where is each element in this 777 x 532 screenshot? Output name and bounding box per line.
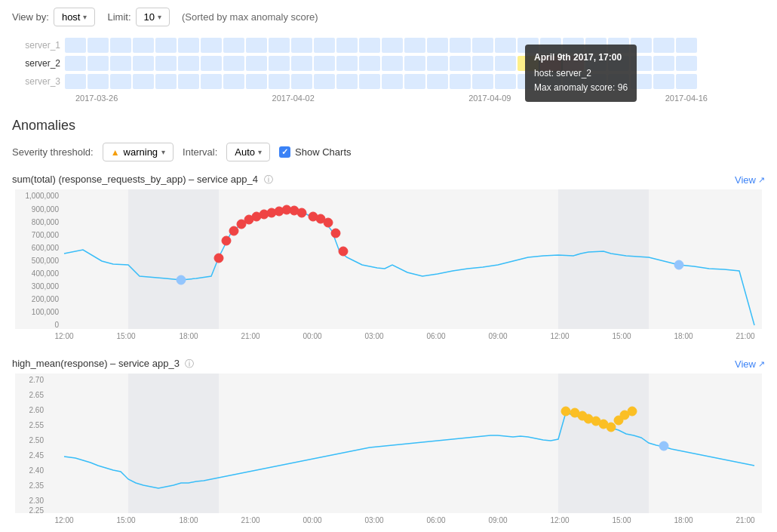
heatmap-cell[interactable]	[133, 38, 154, 53]
interval-dropdown[interactable]: Auto ▾	[226, 143, 270, 161]
chart2-view-link[interactable]: View ↗	[735, 358, 765, 370]
svg-text:700,000: 700,000	[32, 231, 60, 239]
heatmap-cell[interactable]	[201, 56, 222, 71]
heatmap-cell[interactable]	[269, 56, 290, 71]
heatmap-cell[interactable]	[653, 38, 674, 53]
svg-text:500,000: 500,000	[32, 257, 60, 265]
svg-rect-46	[128, 374, 219, 513]
heatmap-cell[interactable]	[246, 38, 267, 53]
heatmap-cell[interactable]	[110, 56, 131, 71]
heatmap-cell[interactable]	[427, 56, 448, 71]
heatmap-cell[interactable]	[336, 74, 358, 89]
heatmap-cell[interactable]	[653, 74, 674, 89]
heatmap-cell[interactable]	[450, 38, 471, 53]
heatmap-cell[interactable]	[88, 56, 109, 71]
heatmap-cell[interactable]	[155, 74, 177, 89]
heatmap-cell[interactable]	[676, 38, 697, 53]
heatmap-cell[interactable]	[246, 74, 267, 89]
show-charts-checkbox[interactable]	[279, 146, 290, 158]
heatmap-cell[interactable]	[223, 38, 244, 53]
heatmap-cell[interactable]	[450, 74, 471, 89]
heatmap-cell[interactable]	[450, 56, 471, 71]
heatmap-cell[interactable]	[291, 74, 312, 89]
heatmap-cell[interactable]	[246, 56, 267, 71]
heatmap-cell[interactable]	[155, 38, 177, 53]
heatmap-cell[interactable]	[314, 74, 335, 89]
heatmap-cell[interactable]	[110, 38, 131, 53]
heatmap-cell[interactable]	[495, 74, 516, 89]
heatmap-cell[interactable]	[223, 74, 244, 89]
svg-text:2.70: 2.70	[29, 376, 45, 384]
heatmap-cell[interactable]	[314, 38, 335, 53]
heatmap-cell[interactable]	[404, 56, 425, 71]
chart1-title: sum(total) (response_requests_by_app) – …	[12, 174, 258, 185]
heatmap-cell[interactable]	[427, 38, 448, 53]
heatmap-row-label: server_2	[25, 58, 60, 69]
heatmap-cell[interactable]	[133, 74, 154, 89]
svg-point-25	[297, 208, 306, 217]
heatmap-cell[interactable]	[382, 56, 403, 71]
svg-rect-2	[558, 189, 649, 329]
heatmap-cell[interactable]	[472, 38, 493, 53]
heatmap-cell[interactable]	[495, 38, 516, 53]
svg-text:2.30: 2.30	[29, 497, 45, 505]
chevron-down-icon: ▾	[258, 148, 262, 156]
heatmap-cell[interactable]	[291, 38, 312, 53]
heatmap-cell[interactable]	[178, 56, 199, 71]
svg-text:2.55: 2.55	[29, 421, 45, 429]
heatmap-cell[interactable]	[314, 56, 335, 71]
heatmap-cell[interactable]	[382, 74, 403, 89]
heatmap-cell[interactable]	[88, 74, 109, 89]
heatmap-cell[interactable]	[404, 74, 425, 89]
heatmap-cell[interactable]	[404, 38, 425, 53]
heatmap-cell[interactable]	[65, 74, 86, 89]
heatmap-cell[interactable]	[155, 56, 177, 71]
heatmap-cell[interactable]	[269, 38, 290, 53]
info-icon[interactable]: ⓘ	[185, 358, 194, 369]
svg-text:21:00: 21:00	[736, 516, 754, 524]
heatmap-cell[interactable]	[676, 74, 697, 89]
heatmap-cell[interactable]	[427, 74, 448, 89]
svg-text:15:00: 15:00	[116, 332, 135, 340]
heatmap-cell[interactable]	[676, 56, 697, 71]
heatmap-cell[interactable]	[359, 74, 380, 89]
severity-dropdown[interactable]: ▲ warning ▾	[103, 143, 174, 161]
heatmap-cell[interactable]	[223, 56, 244, 71]
heatmap-cell[interactable]	[110, 74, 131, 89]
heatmap-cell[interactable]	[359, 38, 380, 53]
heatmap-cell[interactable]	[178, 38, 199, 53]
heatmap-cell[interactable]	[382, 38, 403, 53]
heatmap-cell[interactable]	[88, 38, 109, 53]
svg-point-28	[324, 218, 333, 227]
heatmap-row-label: server_3	[25, 76, 60, 87]
heatmap-cell[interactable]	[291, 56, 312, 71]
chart1-svg-wrap: 1,000,000 900,000 800,000 700,000 600,00…	[12, 189, 765, 343]
heatmap-cell[interactable]	[269, 74, 290, 89]
heatmap-cell[interactable]	[65, 56, 86, 71]
limit-dropdown[interactable]: 10 ▾	[136, 8, 170, 26]
heatmap-cell[interactable]	[472, 56, 493, 71]
heatmap-cell[interactable]	[201, 74, 222, 89]
heatmap-cell[interactable]	[336, 38, 358, 53]
svg-point-67	[628, 407, 637, 416]
chart1-view-link[interactable]: View ↗	[735, 174, 765, 186]
heatmap-cell[interactable]	[472, 74, 493, 89]
chart2-svg-wrap: 2.70 2.65 2.60 2.55 2.50 2.45 2.40 2.35 …	[12, 374, 765, 527]
heatmap-cell[interactable]	[133, 56, 154, 71]
svg-text:00:00: 00:00	[303, 332, 321, 340]
chart1-title-group: sum(total) (response_requests_by_app) – …	[12, 174, 273, 186]
heatmap-cell[interactable]	[359, 56, 380, 71]
chart1-container: sum(total) (response_requests_by_app) – …	[12, 174, 765, 343]
heatmap-cell[interactable]	[653, 56, 674, 71]
heatmap-cell[interactable]	[65, 38, 86, 53]
heatmap-cell[interactable]	[495, 56, 516, 71]
svg-text:18:00: 18:00	[179, 516, 198, 524]
limit-group: Limit: 10 ▾	[107, 8, 170, 26]
svg-text:0: 0	[54, 321, 59, 329]
heatmap-cell[interactable]	[178, 74, 199, 89]
heatmap-cell[interactable]	[336, 56, 358, 71]
heatmap-cell[interactable]	[201, 38, 222, 53]
info-icon[interactable]: ⓘ	[264, 174, 273, 185]
svg-text:2.25: 2.25	[29, 506, 45, 515]
view-by-dropdown[interactable]: host ▾	[54, 8, 96, 26]
